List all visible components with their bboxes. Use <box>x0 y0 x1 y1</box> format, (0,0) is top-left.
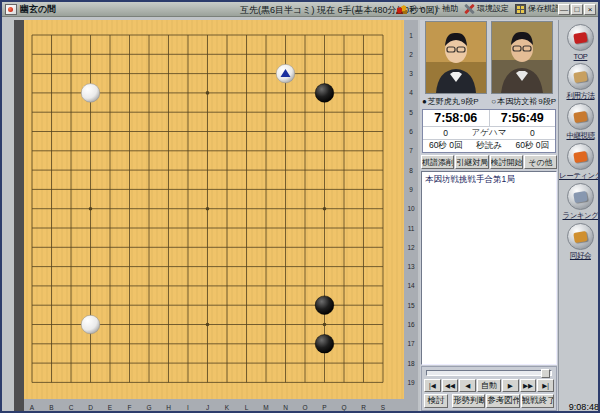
nav-button-2[interactable]: ◀ <box>459 379 476 392</box>
black-time: 7:58:06 <box>423 110 490 126</box>
action-button-1[interactable]: 引継対局 <box>455 155 488 169</box>
move-nav-buttons: |◀◀◀◀自動▶▶▶▶| <box>424 379 554 392</box>
sidebar-item-1[interactable]: 利用方法 <box>559 63 600 101</box>
observer-button-3[interactable]: 観戦終了 <box>521 394 554 408</box>
action-button-2[interactable]: 検討開始 <box>490 155 523 169</box>
sidebar-item-3[interactable]: レーティング <box>559 143 600 181</box>
sidebar-sphere-icon <box>567 63 594 90</box>
svg-text:3: 3 <box>409 70 413 77</box>
svg-text:5: 5 <box>409 109 413 116</box>
player-name-white: ○ 本因坊文裕 9段P <box>491 96 556 107</box>
observer-button-1[interactable]: 形勢判断 <box>452 394 485 408</box>
svg-text:14: 14 <box>407 282 415 289</box>
nav-button-0[interactable]: |◀ <box>424 379 441 392</box>
player-photo-white <box>491 21 553 94</box>
white-captures: 0 <box>510 128 555 138</box>
svg-text:19: 19 <box>407 379 415 386</box>
nav-button-3[interactable]: 自動 <box>477 379 501 392</box>
people-icon <box>396 4 407 14</box>
sidebar-item-label: ランキング <box>563 211 599 221</box>
sidebar-item-2[interactable]: 中継視聴 <box>559 103 600 141</box>
minimize-button[interactable]: — <box>558 4 570 15</box>
svg-text:D: D <box>88 404 93 411</box>
black-stone-icon: ● <box>422 97 427 106</box>
player-photo-black <box>425 21 487 94</box>
svg-text:I: I <box>187 404 189 411</box>
byoyomi-row: 60秒 0回 秒読み 60秒 0回 <box>423 140 555 152</box>
window-title: 幽玄の間 <box>20 3 56 16</box>
sidebar-item-5[interactable]: 同好会 <box>559 223 600 261</box>
sidebar-item-label: レーティング <box>559 171 600 181</box>
service-sidebar: TOP利用方法中継視聴レーティングランキング同好会 9:08:48 <box>558 20 600 413</box>
svg-text:12: 12 <box>407 244 415 251</box>
svg-text:4: 4 <box>409 89 413 96</box>
nav-button-1[interactable]: ◀◀ <box>442 379 459 392</box>
black-byoyomi: 60秒 0回 <box>423 140 468 152</box>
game-action-buttons: 棋譜添削引継対局検討開始その他 <box>421 155 557 169</box>
svg-text:L: L <box>245 404 249 411</box>
observer-button-2[interactable]: 参考図作成 <box>486 394 519 408</box>
svg-text:6: 6 <box>409 128 413 135</box>
move-slider-handle[interactable] <box>541 369 550 378</box>
event-message-box[interactable]: 本因坊戦挑戦手合第1局 <box>421 171 557 365</box>
titlebar-toolbar: チャット補助環境設定保存棋譜 <box>396 3 560 14</box>
observer-button-0[interactable]: 検討 <box>424 394 448 408</box>
svg-text:8: 8 <box>409 167 413 174</box>
player-photos <box>421 21 557 94</box>
svg-text:7: 7 <box>409 147 413 154</box>
svg-text:P: P <box>322 404 326 411</box>
black-player-rank: 9段P <box>461 96 479 107</box>
sidebar-glyph-icon <box>573 110 588 122</box>
svg-text:C: C <box>69 404 74 411</box>
titlebar-tool-2[interactable]: 保存棋譜 <box>515 3 560 14</box>
white-byoyomi: 60秒 0回 <box>510 140 555 152</box>
clock-box: 7:58:06 7:56:49 0 アゲハマ 0 60秒 0回 秒読み 60秒 … <box>422 109 556 153</box>
action-button-0[interactable]: 棋譜添削 <box>421 155 454 169</box>
svg-text:H: H <box>166 404 171 411</box>
white-time: 7:56:49 <box>490 110 556 126</box>
sidebar-item-label: 中継視聴 <box>566 131 594 141</box>
svg-text:17: 17 <box>407 340 415 347</box>
sidebar-glyph-icon <box>573 230 588 242</box>
svg-text:K: K <box>225 404 230 411</box>
sidebar-item-0[interactable]: TOP <box>559 24 600 61</box>
svg-text:B: B <box>49 404 53 411</box>
sidebar-sphere-icon <box>567 103 594 130</box>
sidebar-glyph-icon <box>573 150 588 162</box>
sidebar-sphere-icon <box>567 223 594 250</box>
title-bar: 幽玄の間 互先(黒6目半コミ) 現在 6手(基本480分/60秒 0回) チャッ… <box>2 2 598 17</box>
svg-text:10: 10 <box>407 205 415 212</box>
maximize-button[interactable]: □ <box>571 4 583 15</box>
byoyomi-label: 秒読み <box>468 140 509 152</box>
captures-label: アゲハマ <box>468 127 509 139</box>
nav-button-5[interactable]: ▶▶ <box>520 379 537 392</box>
nav-button-6[interactable]: ▶| <box>537 379 554 392</box>
svg-text:R: R <box>361 404 366 411</box>
player-name-black: ● 芝野虎丸 9段P <box>422 96 479 107</box>
svg-text:E: E <box>108 404 113 411</box>
sidebar-glyph-icon <box>573 70 588 82</box>
main-content: 12345678910111213141516171819ABCDEFGHIJK… <box>2 17 598 413</box>
black-captures: 0 <box>423 128 468 138</box>
status-clock: 9:08:48 <box>569 402 599 412</box>
titlebar-tool-1[interactable]: 環境設定 <box>464 3 509 14</box>
go-board[interactable]: 12345678910111213141516171819ABCDEFGHIJK… <box>14 20 418 413</box>
sidebar-item-label: TOP <box>574 52 588 61</box>
replay-controls: |◀◀◀◀自動▶▶▶▶| 検討形勢判断参考図作成観戦終了 <box>421 366 557 411</box>
white-player-name: 本因坊文裕 <box>497 96 537 107</box>
move-slider[interactable] <box>426 370 552 376</box>
black-player-name: 芝野虎丸 <box>428 96 460 107</box>
action-button-3[interactable]: その他 <box>524 155 557 169</box>
sidebar-item-4[interactable]: ランキング <box>559 183 600 221</box>
svg-text:G: G <box>146 404 151 411</box>
titlebar-tool-label: 保存棋譜 <box>528 3 560 14</box>
sidebar-sphere-icon <box>567 183 594 210</box>
svg-text:16: 16 <box>407 321 415 328</box>
event-title: 本因坊戦挑戦手合第1局 <box>425 174 553 186</box>
titlebar-tool-0[interactable]: チャット補助 <box>396 3 458 14</box>
save-icon <box>515 4 526 14</box>
close-button[interactable]: × <box>584 4 596 15</box>
tools-icon <box>464 4 475 14</box>
svg-text:A: A <box>30 404 35 411</box>
nav-button-4[interactable]: ▶ <box>502 379 519 392</box>
